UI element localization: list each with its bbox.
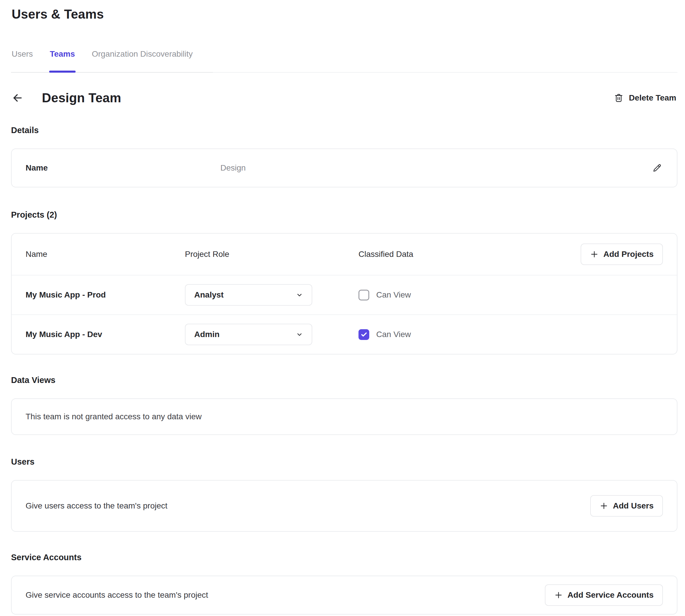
edit-name-button[interactable] xyxy=(651,162,663,174)
details-card: Name Design xyxy=(11,149,678,188)
pencil-icon xyxy=(652,163,662,173)
selected-role: Analyst xyxy=(194,290,223,300)
tab-bar: Users Teams Organization Discoverability xyxy=(11,49,678,73)
back-button[interactable] xyxy=(11,91,24,104)
name-label: Name xyxy=(26,163,220,173)
details-heading: Details xyxy=(11,126,678,135)
data-views-empty-text: This team is not granted access to any d… xyxy=(26,412,201,421)
trash-icon xyxy=(614,93,624,103)
team-title: Design Team xyxy=(42,91,121,105)
page-title: Users & Teams xyxy=(12,7,678,22)
add-users-button[interactable]: Add Users xyxy=(590,495,663,516)
users-teams-page: Users & Teams Users Teams Organization D… xyxy=(0,7,685,615)
add-projects-label: Add Projects xyxy=(603,249,654,259)
arrow-left-icon xyxy=(11,91,24,104)
can-view-checkbox-dev[interactable] xyxy=(359,329,369,340)
check-icon xyxy=(360,331,368,338)
delete-team-button[interactable]: Delete Team xyxy=(614,93,676,103)
add-service-accounts-button[interactable]: Add Service Accounts xyxy=(545,584,663,606)
plus-icon xyxy=(590,250,599,259)
projects-card: Name Project Role Classified Data Add Pr… xyxy=(11,233,678,354)
add-projects-button[interactable]: Add Projects xyxy=(581,243,663,265)
project-role-select-dev[interactable]: Admin xyxy=(185,324,312,345)
data-views-heading: Data Views xyxy=(11,375,678,385)
users-heading: Users xyxy=(11,457,678,467)
service-accounts-heading: Service Accounts xyxy=(11,553,678,562)
projects-table-header: Name Project Role Classified Data Add Pr… xyxy=(12,234,677,276)
tab-organization-discoverability[interactable]: Organization Discoverability xyxy=(91,49,193,72)
users-empty-text: Give users access to the team's project xyxy=(26,501,168,510)
column-name: Name xyxy=(26,249,185,259)
project-role-select-prod[interactable]: Analyst xyxy=(185,284,312,306)
team-header: Design Team Delete Team xyxy=(11,91,678,105)
data-views-card: This team is not granted access to any d… xyxy=(11,398,678,435)
chevron-down-icon xyxy=(295,291,303,299)
projects-heading: Projects (2) xyxy=(11,210,678,220)
column-project-role: Project Role xyxy=(185,249,359,259)
service-accounts-card: Give service accounts access to the team… xyxy=(11,576,678,615)
project-name: My Music App - Dev xyxy=(26,330,185,339)
service-accounts-empty-text: Give service accounts access to the team… xyxy=(26,590,208,600)
project-row-dev: My Music App - Dev Admin Can View xyxy=(12,314,677,354)
name-value: Design xyxy=(220,163,651,173)
can-view-label: Can View xyxy=(376,290,411,300)
can-view-checkbox-prod[interactable] xyxy=(359,290,369,301)
add-users-label: Add Users xyxy=(613,501,654,510)
chevron-down-icon xyxy=(295,330,303,338)
delete-team-label: Delete Team xyxy=(629,93,676,103)
users-card: Give users access to the team's project … xyxy=(11,480,678,532)
add-service-accounts-label: Add Service Accounts xyxy=(568,590,654,600)
plus-icon xyxy=(600,502,608,510)
tab-users[interactable]: Users xyxy=(11,49,34,72)
can-view-label: Can View xyxy=(376,330,411,339)
plus-icon xyxy=(554,591,563,599)
project-name: My Music App - Prod xyxy=(26,290,185,300)
project-row-prod: My Music App - Prod Analyst Can View xyxy=(12,276,677,314)
column-classified-data: Classified Data xyxy=(359,249,581,259)
tab-teams[interactable]: Teams xyxy=(49,49,76,72)
selected-role: Admin xyxy=(194,330,219,339)
